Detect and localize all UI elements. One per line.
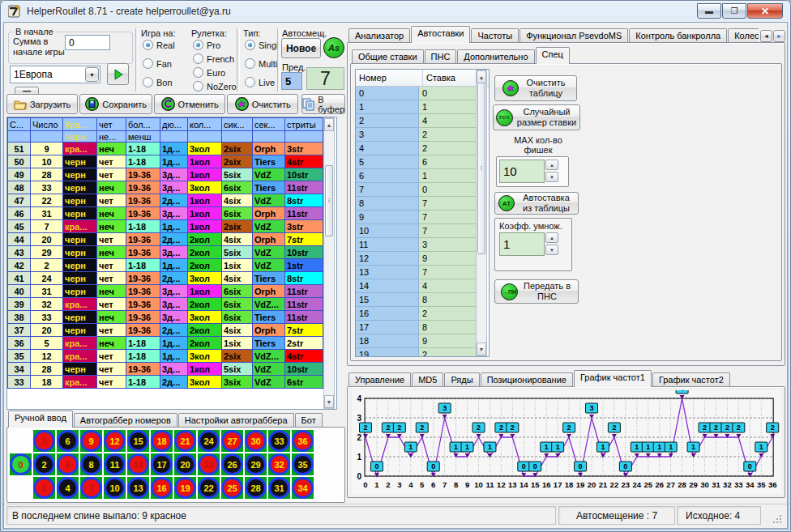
numpad-cell-5[interactable]: 5 xyxy=(57,453,79,475)
subtab-Спец[interactable]: Спец xyxy=(536,47,570,64)
radio-nozero[interactable]: NoZero xyxy=(193,81,237,92)
preset-dropdown[interactable]: 1Европа ▼ xyxy=(10,66,100,83)
numpad-cell-29[interactable]: 29 xyxy=(245,453,267,475)
random-bet-button[interactable]: ГСЧ Случайный размер ставки xyxy=(493,104,580,130)
scroll-up-icon[interactable]: ▲ xyxy=(324,118,334,131)
toolbar-button-4[interactable]: Очистить xyxy=(227,94,298,114)
tab-Ручной ввод[interactable]: Ручной ввод xyxy=(8,411,73,428)
numpad-cell-15[interactable]: 15 xyxy=(127,430,149,452)
history-row[interactable]: 5010чернчет1-181д...1кол2sixTiers4str xyxy=(8,155,323,168)
history-row[interactable]: 4420чернчет19-362д...2кол4sixOrph7str xyxy=(8,233,323,246)
bet-row[interactable]: 137 xyxy=(356,266,477,279)
numpad-cell-27[interactable]: 27 xyxy=(221,430,243,452)
chevron-down-icon[interactable]: ▼ xyxy=(85,67,99,82)
spin-down-icon[interactable]: ▼ xyxy=(545,245,558,255)
tab-График частот1[interactable]: График частот1 xyxy=(574,370,652,387)
coef-spinner[interactable]: 1 ▲ ▼ xyxy=(499,232,558,256)
numpad-cell-23[interactable]: 23 xyxy=(198,453,220,475)
send-to-pns-button[interactable]: →ПН Передать в ПНС xyxy=(494,279,579,304)
maximize-button[interactable]: ❐ xyxy=(722,3,746,19)
numpad-cell-35[interactable]: 35 xyxy=(292,453,314,475)
scroll-down-icon[interactable]: ▼ xyxy=(477,343,486,355)
minimize-button[interactable]: ▬ xyxy=(697,3,721,19)
history-row[interactable]: 4124чернчет19-362д...3кол4sixTiers8str xyxy=(8,272,323,285)
radio-multi[interactable]: Multi xyxy=(245,58,277,69)
bet-row[interactable]: 61 xyxy=(356,169,477,183)
bet-row[interactable]: 32 xyxy=(356,128,477,142)
numpad-cell-11[interactable]: 11 xyxy=(104,453,126,475)
radio-pro[interactable]: Pro xyxy=(193,40,220,50)
numpad-cell-21[interactable]: 21 xyxy=(174,430,196,452)
history-scrollbar[interactable]: ▲ ▼ xyxy=(323,117,335,409)
tab-Автограббер номеров[interactable]: Автограббер номеров xyxy=(74,413,177,428)
clear-table-button[interactable]: Очистить таблицу xyxy=(494,75,577,101)
numpad-cell-34[interactable]: 34 xyxy=(292,477,314,499)
numpad-cell-24[interactable]: 24 xyxy=(198,430,220,452)
radio-french[interactable]: French xyxy=(193,53,234,64)
history-row[interactable]: 3428чернчет19-363д...1кол5sixVdZ10str xyxy=(8,363,323,376)
numpad-cell-26[interactable]: 26 xyxy=(221,453,243,475)
scroll-down-icon[interactable]: ▼ xyxy=(324,395,334,408)
subtab-ПНС[interactable]: ПНС xyxy=(425,49,457,64)
history-header-cell[interactable]: С... xyxy=(8,118,31,131)
history-header-cell[interactable]: Число xyxy=(31,118,63,131)
numpad-cell-22[interactable]: 22 xyxy=(198,477,220,499)
toolbar-button-2[interactable]: Сохранить xyxy=(79,94,152,114)
history-row[interactable]: 3932кра...чет19-363д...2кол6sixVdZ...11s… xyxy=(8,298,323,311)
tab-Контроль банкролла[interactable]: Контроль банкролла xyxy=(629,28,727,43)
bet-row[interactable]: 00 xyxy=(356,87,477,100)
toolbar-button-1[interactable]: Загрузить xyxy=(6,94,78,114)
bet-row[interactable]: 129 xyxy=(356,252,477,266)
tab-Анализатор[interactable]: Анализатор xyxy=(348,28,410,43)
history-row[interactable]: 4631черннеч19-363д...1кол6sixOrph11str xyxy=(8,207,323,220)
toolbar-button-5[interactable]: В буфер xyxy=(301,94,345,114)
history-row[interactable]: 457кра...неч1-181д...1кол2sixVdZ3str xyxy=(8,220,323,233)
numpad-cell-33[interactable]: 33 xyxy=(268,430,290,452)
history-header-cell[interactable]: дю... xyxy=(160,118,188,131)
tab-Автоставки[interactable]: Автоставки xyxy=(411,26,470,43)
numpad-cell-32[interactable]: 32 xyxy=(268,453,290,475)
numpad-cell-10[interactable]: 10 xyxy=(104,477,126,499)
numpad-cell-14[interactable]: 14 xyxy=(127,453,149,475)
numpad-cell-9[interactable]: 9 xyxy=(80,430,102,452)
bet-row[interactable]: 24 xyxy=(356,114,477,128)
tab-MD5[interactable]: MD5 xyxy=(412,372,443,387)
bet-row[interactable]: 178 xyxy=(356,321,477,334)
numpad-cell-17[interactable]: 17 xyxy=(151,453,173,475)
history-row[interactable]: 4722чернчет19-362д...1кол4sixVdZ8str xyxy=(8,194,323,207)
numpad-cell-16[interactable]: 16 xyxy=(151,477,173,499)
tab-График частот2[interactable]: График частот2 xyxy=(652,372,730,387)
numpad-cell-7[interactable]: 7 xyxy=(80,477,102,499)
bet-row[interactable]: 158 xyxy=(356,293,477,307)
history-header-cell[interactable]: сик... xyxy=(222,118,253,131)
bet-row[interactable]: 11 xyxy=(356,100,477,114)
numpad-cell-3[interactable]: 3 xyxy=(33,430,55,452)
spin-down-icon[interactable]: ▼ xyxy=(545,172,558,182)
bet-row[interactable]: 56 xyxy=(356,155,477,169)
numpad-cell-20[interactable]: 20 xyxy=(174,453,196,475)
numpad-cell-31[interactable]: 31 xyxy=(268,477,290,499)
history-header-cell[interactable]: чет xyxy=(97,118,126,131)
history-header-cell[interactable]: Кра... xyxy=(63,118,97,131)
max-chips-spinner[interactable]: 10 ▲ ▼ xyxy=(499,160,558,183)
numpad-cell-4[interactable]: 4 xyxy=(57,477,79,499)
spin-up-icon[interactable]: ▲ xyxy=(545,160,558,170)
numpad-cell-19[interactable]: 19 xyxy=(174,477,196,499)
bet-row[interactable]: 144 xyxy=(356,279,477,293)
numpad-cell-0[interactable]: 0 xyxy=(10,453,32,475)
bet-scrollbar[interactable]: ▲ ▼ xyxy=(476,70,487,356)
radio-fan[interactable]: Fan xyxy=(143,58,172,69)
spin-up-icon[interactable]: ▲ xyxy=(545,232,558,243)
bet-row[interactable]: 70 xyxy=(356,183,477,197)
bet-row[interactable]: 87 xyxy=(356,197,477,211)
numpad-cell-6[interactable]: 6 xyxy=(57,430,79,452)
history-row[interactable]: 519кра...неч1-181д...3кол2sixOrph3str xyxy=(8,143,323,155)
history-header-cell[interactable]: кол... xyxy=(188,118,222,131)
tab-Функционал PsevdoMS[interactable]: Функционал PsevdoMS xyxy=(519,28,628,43)
history-row[interactable]: 3318кра...чет1-182д...3кол3sixVdZ6str xyxy=(8,376,323,389)
scroll-thumb[interactable] xyxy=(477,83,485,254)
start-play-button[interactable] xyxy=(107,63,129,85)
history-row[interactable]: 4329черннеч19-363д...2кол5sixVdZ10str xyxy=(8,246,323,259)
autobet-button[interactable]: АТ Автоставка из таблицы xyxy=(494,192,579,215)
tab-Позиционирование[interactable]: Позиционирование xyxy=(481,372,573,387)
